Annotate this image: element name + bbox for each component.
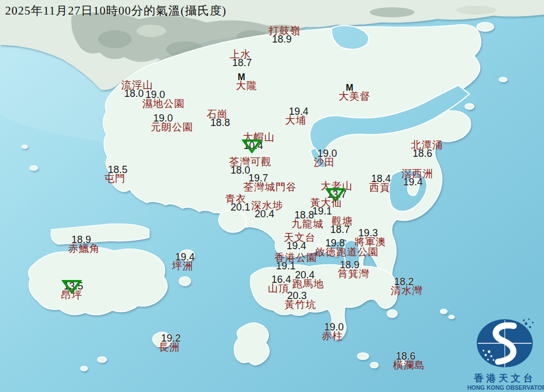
hko-logo-icon (472, 317, 537, 371)
hko-logo: 香港天文台 HONG KONG OBSERVATORY (467, 317, 542, 391)
hko-logo-name-en: HONG KONG OBSERVATORY (467, 385, 542, 391)
hko-temperature-map-page: 2025年11月27日10時00分的氣溫(攝氏度) 打鼓嶺18.9上水18.7M… (0, 0, 544, 392)
hong-kong-map (0, 0, 544, 392)
map-title: 2025年11月27日10時00分的氣溫(攝氏度) (5, 3, 226, 18)
hko-logo-name-zh: 香港天文台 (467, 374, 542, 383)
